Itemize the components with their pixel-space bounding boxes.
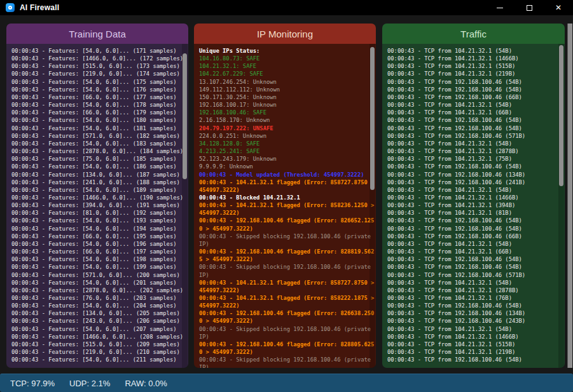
log-line: 00:00:43 - Features: [515.0, 6.0]... (20… [11, 341, 188, 348]
app-icon-ring [8, 6, 12, 10]
training-panel: Training Data 00:00:43 - Features: [54.0… [6, 24, 188, 368]
log-line: 00:00:43 - TCP from 192.168.100.46 (243B… [387, 317, 565, 325]
log-line: 104.22.67.229: SAFE [199, 70, 376, 78]
traffic-scrollbar-thumb[interactable] [559, 45, 563, 186]
training-scrollbar-thumb[interactable] [183, 53, 187, 179]
log-line: 00:00:43 - TCP from 192.168.100.46 (54B) [387, 255, 565, 263]
traffic-panel: Traffic 00:00:43 - TCP from 104.21.32.1 … [382, 24, 565, 368]
log-line: 00:00:43 - 192.168.100.46 flagged (Error… [199, 217, 376, 232]
log-line: 00:00:43 - Features: [243.0, 6.0]... (20… [11, 317, 188, 325]
ip-monitoring-panel: IP Monitoring Unique IPs Status:104.16.8… [194, 24, 376, 368]
ip-monitoring-log: Unique IPs Status:104.16.80.73: SAFE104.… [194, 44, 376, 368]
log-line: 00:00:43 - TCP from 104.21.32.1 (1466B) [387, 194, 565, 201]
ip-monitoring-panel-header: IP Monitoring [194, 24, 376, 44]
log-line: 52.123.243.179: Unknown [199, 155, 376, 163]
log-line: 00:00:43 - TCP from 104.21.32.1 (515B) [387, 341, 565, 348]
log-line: 00:00:43 - 104.21.32.1 flagged (Error: 8… [199, 201, 376, 217]
log-line: 00:00:43 - TCP from 192.168.100.46 (54B) [387, 116, 565, 124]
log-line: 00:00:43 - TCP from 104.21.32.1 (54B) [387, 325, 565, 333]
window-title: AI Firewall [20, 3, 59, 12]
log-line: 00:00:43 - Features: [76.0, 6.0]... (203… [11, 294, 188, 302]
log-line: 00:00:43 - TCP from 104.21.32.1 (54B) [387, 140, 565, 147]
log-line: 00:00:43 - TCP from 104.21.32.1 (219B) [387, 348, 565, 356]
close-icon: ✕ [555, 4, 562, 11]
log-line: 192.168.100.17: Unknown [199, 101, 376, 109]
log-line: 00:00:43 - TCP from 104.21.32.1 (515B) [387, 62, 565, 70]
log-line: 00:00:43 - Features: [54.0, 6.0]... (193… [11, 217, 188, 224]
log-line: 00:00:43 - 192.168.100.46 flagged (Error… [199, 248, 376, 263]
log-line: 00:00:43 - Skipped blocking 192.168.100.… [199, 356, 376, 368]
log-line: 150.171.30.254: Unknown [199, 93, 376, 101]
minimize-icon [497, 8, 503, 8]
log-line: 2.16.158.170: Unknown [199, 116, 376, 124]
log-line: 00:00:43 - Blocked 104.21.32.1 [199, 194, 376, 201]
minimize-button[interactable] [485, 0, 514, 15]
log-line: 00:00:43 - Features: [54.0, 6.0]... (181… [11, 125, 188, 132]
log-line: 00:00:43 - Features: [54.0, 6.0]... (211… [11, 356, 188, 363]
log-line: 00:00:43 - Features: [54.0, 6.0]... (204… [11, 302, 188, 309]
log-line: 00:00:43 - TCP from 104.21.32.1 (54B) [387, 186, 565, 194]
log-line: 00:00:43 - TCP from 104.21.32.1 (1466B) [387, 55, 565, 62]
log-line: 00:00:43 - Model updated (Threshold: 454… [199, 171, 376, 179]
app-window: AI Firewall ✕ Training Data 00:00:43 - F… [0, 0, 573, 392]
log-line: 34.128.128.0: SAFE [199, 140, 376, 147]
log-line: 00:00:43 - Skipped blocking 192.168.100.… [199, 325, 376, 341]
log-line: 00:00:43 - TCP from 104.21.32.1 (54B) [387, 47, 565, 55]
log-line: 00:00:43 - Features: [54.0, 6.0]... (186… [11, 163, 188, 170]
log-line: 00:00:43 - Features: [1466.0, 6.0]... (1… [11, 194, 188, 201]
training-scrollbar-track[interactable] [182, 44, 188, 368]
log-line: 00:00:43 - Skipped blocking 192.168.100.… [199, 263, 376, 278]
log-line: 00:00:43 - Features: [54.0, 6.0]... (175… [11, 78, 188, 86]
title-bar: AI Firewall ✕ [0, 0, 573, 15]
log-line: 00:00:43 - TCP from 192.168.100.46 (54B) [387, 163, 565, 170]
log-line: 00:00:43 - TCP from 192.168.100.46 (54B) [387, 356, 565, 363]
log-line: 00:00:43 - TCP from 104.21.32.1 (219B) [387, 70, 565, 78]
log-line: 4.213.25.241: SAFE [199, 147, 376, 155]
log-line: 00:00:43 - 104.21.32.1 flagged (Error: 8… [199, 279, 376, 294]
log-line: 00:00:43 - 104.21.32.1 flagged (Error: 8… [199, 294, 376, 309]
log-line: 104.21.32.1: SAFE [199, 62, 376, 70]
log-line: Unique IPs Status: [199, 47, 376, 55]
ip-monitoring-scrollbar-thumb[interactable] [370, 47, 375, 190]
log-line: 00:00:43 - Features: [81.0, 6.0]... (192… [11, 209, 188, 217]
log-line: 00:00:43 - Features: [54.0, 6.0]... (198… [11, 255, 188, 263]
log-line: 00:00:43 - TCP from 192.168.100.46 (54B) [387, 125, 565, 132]
log-line: 00:00:43 - Features: [66.0, 6.0]... (197… [11, 248, 188, 255]
log-line: 00:00:43 - TCP from 104.21.32.1 (54B) [387, 101, 565, 109]
log-line: 00:00:43 - TCP from 104.21.32.1 (66B) [387, 109, 565, 116]
maximize-button[interactable] [514, 0, 544, 15]
ip-monitoring-scrollbar-track[interactable] [369, 44, 375, 368]
ip-monitoring-log-lines: Unique IPs Status:104.16.80.73: SAFE104.… [199, 47, 376, 368]
app-icon [6, 3, 15, 12]
log-line: 00:00:43 - Features: [54.0, 6.0]... (180… [11, 116, 188, 124]
log-line: 00:00:43 - Features: [54.0, 6.0]... (207… [11, 325, 188, 333]
log-line: 00:00:43 - Features: [54.0, 6.0]... (199… [11, 263, 188, 271]
log-line: 00:00:43 - Features: [134.0, 6.0]... (18… [11, 171, 188, 179]
log-line: 13.107.246.254: Unknown [199, 78, 376, 86]
log-line: 00:00:43 - Features: [54.0, 6.0]... (194… [11, 225, 188, 233]
log-line: 00:00:43 - Features: [241.0, 6.0]... (18… [11, 179, 188, 186]
log-line: 00:00:43 - Features: [1466.0, 6.0]... (1… [11, 55, 188, 62]
log-line: 00:00:43 - TCP from 192.168.100.46 (54B) [387, 78, 565, 86]
log-line: 00:00:43 - Features: [54.0, 6.0]... (176… [11, 86, 188, 93]
close-button[interactable]: ✕ [544, 0, 573, 15]
log-line: 00:00:43 - TCP from 192.168.100.46 (54B) [387, 225, 565, 233]
traffic-log-lines: 00:00:43 - TCP from 104.21.32.1 (54B)00:… [387, 47, 565, 363]
log-line: 00:00:43 - Features: [134.0, 6.0]... (20… [11, 309, 188, 317]
status-udp: UDP: 2.1% [69, 379, 110, 388]
log-line: 00:00:43 - TCP from 104.21.32.1 (66B) [387, 248, 565, 255]
training-panel-header: Training Data [6, 24, 188, 44]
log-line: 00:00:43 - TCP from 192.168.100.46 (54B) [387, 263, 565, 271]
traffic-scrollbar-track[interactable] [558, 44, 564, 368]
log-line: 00:00:43 - Features: [54.0, 6.0]... (171… [11, 47, 188, 55]
log-line: 00:00:43 - TCP from 192.168.100.46 (571B… [387, 271, 565, 279]
log-line: 00:00:43 - Features: [66.0, 6.0]... (195… [11, 233, 188, 240]
log-line: 00:00:43 - Features: [394.0, 6.0]... (19… [11, 201, 188, 209]
maximize-icon [527, 5, 532, 11]
log-line: 00:00:43 - TCP from 192.168.100.46 (54B) [387, 302, 565, 309]
log-line: 00:00:43 - TCP from 192.168.100.46 (66B) [387, 93, 565, 101]
log-line: 104.16.80.73: SAFE [199, 55, 376, 62]
log-line: 00:00:43 - Features: [54.0, 6.0]... (183… [11, 140, 188, 147]
window-scrollbar[interactable] [567, 24, 572, 368]
log-line: 00:00:43 - Features: [219.0, 6.0]... (17… [11, 70, 188, 78]
